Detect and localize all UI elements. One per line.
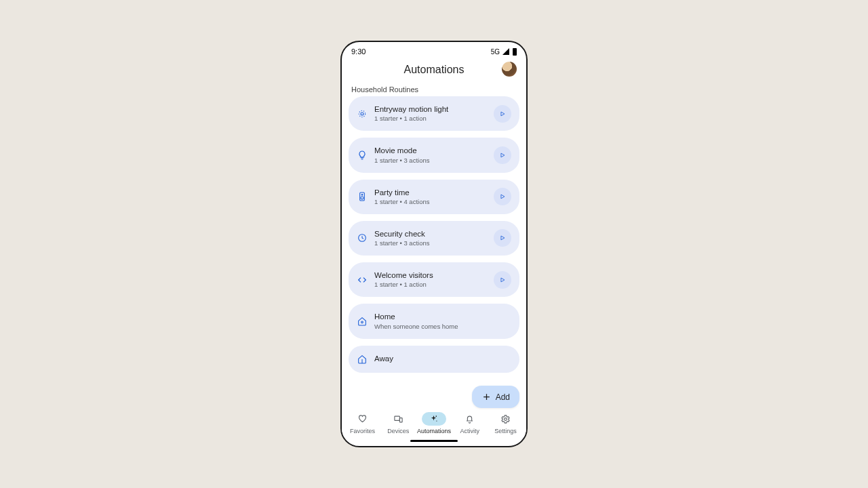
nav-label: Devices (387, 428, 409, 434)
routine-text: Security check1 starter • 3 actions (374, 229, 494, 247)
svg-marker-7 (501, 195, 505, 199)
status-network: 5G (491, 48, 500, 56)
routine-title: Movie mode (374, 146, 494, 155)
home-indicator (410, 440, 458, 442)
plus-icon (481, 392, 492, 402)
nav-activity[interactable]: Activity (452, 412, 488, 434)
play-button[interactable] (494, 146, 511, 164)
app-header: Automations (342, 57, 526, 81)
nav-label: Settings (494, 428, 517, 434)
profile-avatar[interactable] (502, 62, 517, 77)
nav-automations[interactable]: Automations (416, 412, 452, 434)
status-bar: 9:30 5G (342, 42, 526, 57)
routine-title: Home (374, 312, 511, 321)
routine-text: Entryway motion light1 starter • 1 actio… (374, 104, 494, 123)
routine-card[interactable]: HomeWhen someone comes home (349, 304, 519, 338)
sparkle-icon (422, 412, 446, 426)
routine-text: Away (374, 354, 511, 363)
routine-card[interactable]: Entryway motion light1 starter • 1 actio… (349, 96, 519, 131)
svg-marker-2 (501, 112, 505, 116)
code-icon (357, 274, 368, 285)
play-button[interactable] (494, 271, 511, 289)
svg-rect-15 (399, 418, 402, 422)
away-icon (357, 354, 368, 365)
bottom-nav: FavoritesDevicesAutomationsActivitySetti… (342, 408, 526, 437)
nav-label: Activity (460, 428, 480, 434)
home-icon (357, 316, 368, 327)
routine-card[interactable]: Welcome visitors1 starter • 1 action (349, 262, 519, 297)
add-label: Add (496, 392, 510, 402)
svg-point-5 (361, 195, 363, 196)
status-time: 9:30 (351, 47, 366, 56)
nav-favorites[interactable]: Favorites (344, 412, 380, 434)
routines-list: Entryway motion light1 starter • 1 actio… (342, 96, 526, 408)
routine-text: HomeWhen someone comes home (374, 312, 511, 330)
routine-title: Party time (374, 188, 494, 197)
motion-icon (357, 108, 368, 119)
routine-subtitle: 1 starter • 3 actions (374, 157, 494, 165)
svg-marker-10 (501, 278, 505, 282)
routine-title: Entryway motion light (374, 104, 494, 114)
routine-card[interactable]: Party time1 starter • 4 actions (349, 180, 519, 214)
speaker-icon (357, 191, 368, 202)
svg-marker-3 (501, 153, 505, 157)
svg-point-16 (436, 415, 437, 417)
svg-point-18 (505, 418, 507, 420)
routine-subtitle: 1 starter • 4 actions (374, 198, 494, 206)
routine-text: Party time1 starter • 4 actions (374, 188, 494, 206)
play-button[interactable] (494, 105, 511, 123)
routine-title: Away (374, 354, 511, 363)
routine-subtitle: When someone comes home (374, 323, 511, 331)
routine-title: Security check (374, 229, 494, 239)
section-label: Household Routines (342, 81, 526, 96)
routine-subtitle: 1 starter • 3 actions (374, 239, 494, 247)
battery-icon (513, 48, 517, 56)
nav-settings[interactable]: Settings (488, 412, 524, 434)
status-right: 5G (491, 48, 517, 56)
clock-icon (357, 232, 368, 243)
add-button[interactable]: Add (472, 386, 519, 408)
routine-subtitle: 1 starter • 1 action (374, 281, 494, 289)
gear-icon (494, 412, 518, 426)
page-title: Automations (404, 64, 465, 76)
svg-point-17 (437, 420, 437, 421)
bell-icon (458, 412, 482, 426)
routine-card[interactable]: Movie mode1 starter • 3 actions (349, 138, 519, 172)
routine-card[interactable]: Away (349, 346, 519, 373)
bulb-icon (357, 150, 368, 161)
svg-point-11 (361, 321, 363, 323)
signal-icon (502, 48, 509, 55)
routine-text: Movie mode1 starter • 3 actions (374, 146, 494, 164)
play-button[interactable] (494, 229, 511, 247)
nav-label: Automations (417, 428, 451, 434)
play-button[interactable] (494, 188, 511, 205)
svg-marker-9 (501, 236, 505, 240)
svg-rect-14 (395, 416, 400, 420)
routine-title: Welcome visitors (374, 270, 494, 280)
devices-icon (386, 412, 410, 426)
nav-devices[interactable]: Devices (380, 412, 416, 434)
nav-label: Favorites (350, 428, 375, 434)
phone-frame: 9:30 5G Automations Household Routines E… (340, 41, 528, 447)
svg-point-0 (361, 113, 363, 115)
svg-point-1 (359, 110, 365, 117)
routine-text: Welcome visitors1 starter • 1 action (374, 270, 494, 289)
routine-card[interactable]: Security check1 starter • 3 actions (349, 221, 519, 256)
svg-point-6 (361, 197, 363, 199)
heart-icon (350, 412, 374, 426)
routine-subtitle: 1 starter • 1 action (374, 115, 494, 123)
